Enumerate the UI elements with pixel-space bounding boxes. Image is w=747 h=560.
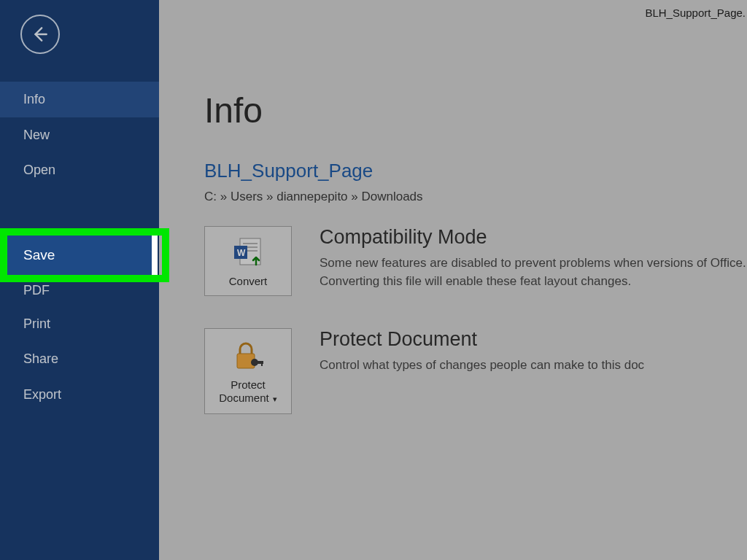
back-button[interactable] bbox=[20, 15, 60, 54]
lock-key-icon bbox=[231, 339, 265, 373]
document-path-breadcrumb: C: » Users » diannepepito » Downloads bbox=[204, 190, 747, 204]
svg-text:W: W bbox=[237, 248, 246, 258]
info-panel: BLH_Support_Page. Info BLH_Support_Page … bbox=[159, 0, 747, 560]
protect-text: Protect Document Control what types of c… bbox=[320, 328, 747, 375]
menu-item-open[interactable]: Open bbox=[0, 152, 159, 188]
protect-document-button-label: Protect Document ▾ bbox=[209, 378, 287, 405]
section-compatibility: W Convert Compatibility Mode Some new fe… bbox=[204, 226, 747, 296]
chevron-down-icon: ▾ bbox=[271, 394, 277, 403]
backstage-view: Info New Open Save Save As Save as Adobe… bbox=[0, 0, 747, 560]
save-highlight-edge bbox=[152, 236, 158, 275]
page-title: Info bbox=[204, 90, 747, 131]
menu-item-share[interactable]: Share bbox=[0, 341, 159, 377]
convert-button-label: Convert bbox=[229, 275, 268, 288]
convert-button[interactable]: W Convert bbox=[204, 226, 292, 296]
menu-item-print[interactable]: Print bbox=[0, 306, 159, 342]
menu-item-new[interactable]: New bbox=[0, 117, 159, 153]
compatibility-heading: Compatibility Mode bbox=[320, 226, 747, 249]
menu-item-info[interactable]: Info bbox=[0, 82, 159, 117]
file-menu-sidebar: Info New Open Save Save As Save as Adobe… bbox=[0, 0, 159, 560]
protect-heading: Protect Document bbox=[320, 328, 747, 351]
protect-document-button[interactable]: Protect Document ▾ bbox=[204, 328, 292, 414]
menu-item-save[interactable]: Save bbox=[7, 236, 152, 275]
convert-document-icon: W bbox=[231, 236, 265, 269]
window-filename: BLH_Support_Page. bbox=[645, 7, 747, 19]
compatibility-body: Some new features are disabled to preven… bbox=[320, 254, 747, 290]
compatibility-text: Compatibility Mode Some new features are… bbox=[320, 226, 747, 290]
menu-item-save-highlighted: Save bbox=[7, 236, 162, 275]
info-content: Info BLH_Support_Page C: » Users » diann… bbox=[159, 90, 747, 414]
svg-rect-10 bbox=[261, 361, 263, 366]
title-bar: BLH_Support_Page. bbox=[159, 0, 747, 25]
menu-item-export[interactable]: Export bbox=[0, 377, 159, 413]
svg-point-8 bbox=[251, 359, 258, 366]
arrow-left-icon bbox=[31, 25, 50, 44]
protect-body: Control what types of changes people can… bbox=[320, 357, 747, 375]
section-protect: Protect Document ▾ Protect Document Cont… bbox=[204, 328, 747, 414]
document-name: BLH_Support_Page bbox=[204, 160, 747, 182]
